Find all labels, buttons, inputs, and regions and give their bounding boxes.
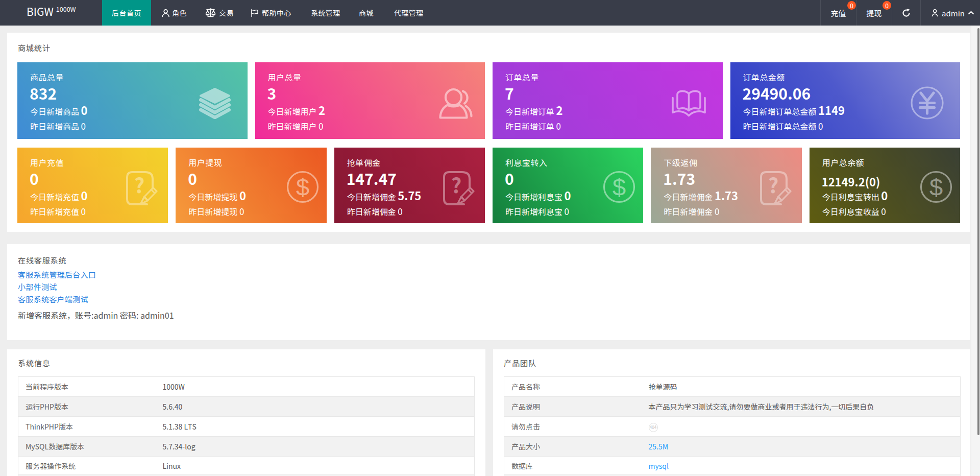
svg-text:$: $	[612, 174, 626, 201]
svg-text:$: $	[929, 174, 943, 201]
svg-text:?: ?	[134, 171, 145, 199]
svg-text:$: $	[296, 174, 309, 201]
svg-text:?: ?	[768, 171, 778, 199]
svg-text:?: ?	[451, 171, 462, 199]
